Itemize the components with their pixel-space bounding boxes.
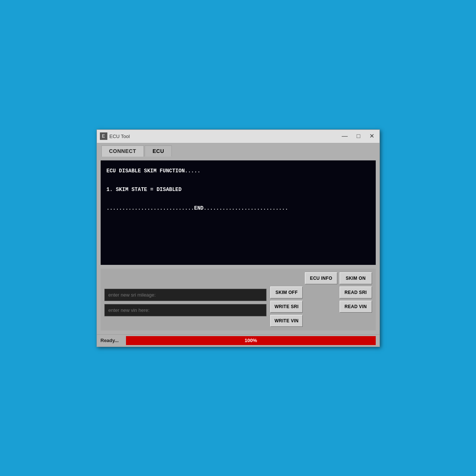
terminal-line-3: 1. SKIM STATE = DISABLED	[107, 185, 370, 194]
left-controls	[104, 272, 267, 316]
terminal-line-2	[107, 176, 370, 185]
title-bar: E ECU Tool — □ ✕	[97, 130, 379, 143]
maximize-button[interactable]: □	[354, 132, 363, 140]
minimize-button[interactable]: —	[340, 132, 350, 140]
write-sri-button[interactable]: WRITE SRI	[270, 301, 303, 313]
progress-percent-label: 100%	[245, 338, 257, 343]
skim-on-button[interactable]: SKIM ON	[340, 272, 372, 284]
close-button[interactable]: ✕	[367, 132, 376, 140]
status-bar: Ready... 100%	[97, 334, 379, 347]
title-bar-title: ECU Tool	[110, 134, 130, 139]
tab-bar: CONNECT ECU	[97, 143, 379, 157]
main-window: E ECU Tool — □ ✕ CONNECT ECU ECU DISABLE…	[97, 129, 380, 347]
terminal-line-1: ECU DISABLE SKIM FUNCTION.....	[107, 166, 370, 176]
progress-bar: 100%	[126, 336, 375, 345]
vin-input[interactable]	[104, 304, 267, 316]
terminal-output: ECU DISABLE SKIM FUNCTION..... 1. SKIM S…	[101, 160, 376, 265]
right-grid: ECU INFO SKIM ON SKIM OFF READ SRI WRITE…	[270, 272, 372, 327]
controls-section: ECU INFO SKIM ON SKIM OFF READ SRI WRITE…	[101, 269, 376, 331]
title-bar-controls: — □ ✕	[340, 132, 376, 140]
terminal-line-4	[107, 194, 370, 204]
terminal-line-5: ............................END.........…	[107, 204, 370, 213]
status-text: Ready...	[101, 338, 119, 343]
read-sri-button[interactable]: READ SRI	[340, 286, 372, 298]
app-icon: E	[100, 132, 107, 140]
write-vin-button[interactable]: WRITE VIN	[270, 315, 303, 327]
title-bar-left: E ECU Tool	[100, 132, 130, 140]
sri-mileage-input[interactable]	[104, 289, 267, 301]
tab-connect[interactable]: CONNECT	[101, 145, 144, 157]
tab-ecu[interactable]: ECU	[145, 145, 172, 157]
skim-off-button[interactable]: SKIM OFF	[270, 286, 303, 298]
content-area: ECU DISABLE SKIM FUNCTION..... 1. SKIM S…	[97, 157, 379, 334]
ecu-info-button[interactable]: ECU INFO	[305, 272, 337, 284]
read-vin-button[interactable]: READ VIN	[340, 301, 372, 313]
